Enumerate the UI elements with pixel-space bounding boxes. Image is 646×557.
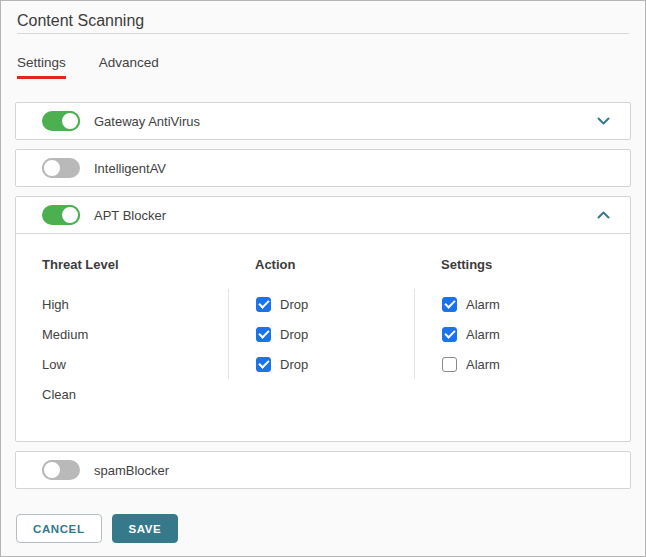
apt-blocker-settings-table: Threat Level Action Settings High Drop	[16, 233, 630, 441]
column-header-threat-level: Threat Level	[16, 234, 228, 289]
column-header-action: Action	[228, 234, 414, 289]
panel-spamblocker: spamBlocker	[15, 451, 631, 489]
toggle-knob	[42, 460, 62, 480]
save-button[interactable]: SAVE	[112, 514, 179, 543]
panel-label: spamBlocker	[94, 463, 169, 478]
page-title: Content Scanning	[17, 10, 629, 32]
panel-apt-blocker: APT Blocker Threat Level Action Settings…	[15, 196, 631, 442]
footer-actions: CANCEL SAVE	[16, 514, 645, 543]
gateway-antivirus-toggle[interactable]	[42, 111, 80, 131]
medium-drop-checkbox[interactable]	[256, 327, 271, 342]
checkbox-label: Alarm	[466, 297, 500, 312]
low-alarm-checkbox[interactable]	[442, 357, 457, 372]
chevron-down-icon[interactable]	[597, 117, 610, 126]
panel-label: Gateway AntiVirus	[94, 114, 200, 129]
table-cell-settings-clean	[414, 379, 630, 409]
checkbox-label: Drop	[280, 357, 308, 372]
tab-advanced[interactable]: Advanced	[99, 55, 159, 79]
checkbox-label: Drop	[280, 327, 308, 342]
panel-label: IntelligentAV	[94, 161, 166, 176]
high-alarm-checkbox[interactable]	[442, 297, 457, 312]
checkbox-label: Alarm	[466, 327, 500, 342]
table-cell-action-low: Drop	[228, 349, 414, 379]
panel-label: APT Blocker	[94, 208, 166, 223]
panel-header-apt-blocker[interactable]: APT Blocker	[16, 197, 630, 233]
apt-blocker-toggle[interactable]	[42, 205, 80, 225]
table-cell-action-high: Drop	[228, 289, 414, 319]
table-cell-settings-low: Alarm	[414, 349, 630, 379]
tab-settings[interactable]: Settings	[17, 55, 66, 79]
table-cell-action-clean	[228, 379, 414, 409]
threat-level-clean-label: Clean	[16, 379, 228, 409]
table-cell-settings-medium: Alarm	[414, 319, 630, 349]
panel-header-gateway-antivirus[interactable]: Gateway AntiVirus	[16, 103, 630, 139]
cancel-button[interactable]: CANCEL	[16, 514, 102, 543]
toggle-knob	[60, 111, 80, 131]
threat-level-medium-label: Medium	[16, 319, 228, 349]
checkbox-label: Drop	[280, 297, 308, 312]
spamblocker-toggle[interactable]	[42, 460, 80, 480]
medium-alarm-checkbox[interactable]	[442, 327, 457, 342]
threat-level-high-label: High	[16, 289, 228, 319]
title-divider	[17, 33, 629, 34]
panel-header-spamblocker[interactable]: spamBlocker	[16, 452, 630, 488]
content-scanning-page: Content Scanning Settings Advanced Gatew…	[0, 0, 646, 557]
toggle-knob	[42, 158, 62, 178]
table-cell-settings-high: Alarm	[414, 289, 630, 319]
panel-header-intelligentav[interactable]: IntelligentAV	[16, 150, 630, 186]
column-header-settings: Settings	[414, 234, 630, 289]
panel-intelligentav: IntelligentAV	[15, 149, 631, 187]
low-drop-checkbox[interactable]	[256, 357, 271, 372]
threat-level-low-label: Low	[16, 349, 228, 379]
toggle-knob	[60, 205, 80, 225]
panel-gateway-antivirus: Gateway AntiVirus	[15, 102, 631, 140]
tab-bar: Settings Advanced	[17, 55, 629, 79]
chevron-up-icon[interactable]	[597, 211, 610, 220]
scanning-panels: Gateway AntiVirus IntelligentAV APT Bloc…	[15, 102, 631, 489]
checkbox-label: Alarm	[466, 357, 500, 372]
high-drop-checkbox[interactable]	[256, 297, 271, 312]
table-cell-action-medium: Drop	[228, 319, 414, 349]
intelligentav-toggle[interactable]	[42, 158, 80, 178]
